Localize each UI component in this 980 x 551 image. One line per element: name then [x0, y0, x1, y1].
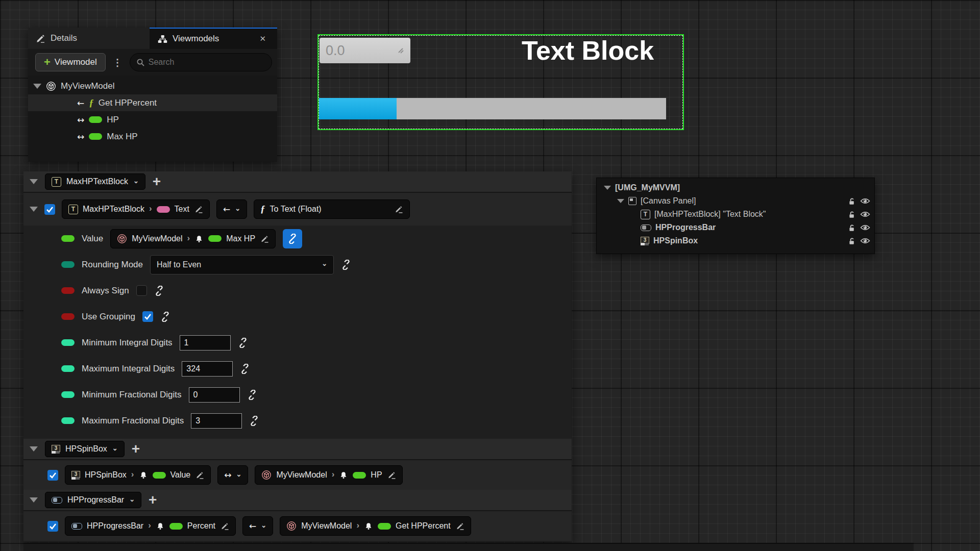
panel-tab-bar: Details Viewmodels [28, 28, 277, 49]
visibility-eye-icon[interactable] [860, 237, 870, 244]
hierarchy-panel: [UMG_MyMVVM] [Canvas Panel] T [MaxHPText… [596, 178, 875, 254]
source-viewmodel-label: MyViewModel [301, 521, 352, 531]
lock-open-icon[interactable] [847, 210, 856, 219]
add-viewmodel-button[interactable]: Viewmodel [35, 53, 106, 71]
bind-link-icon[interactable] [240, 364, 250, 374]
add-binding-icon[interactable] [149, 493, 157, 507]
widget-select-spinbox[interactable]: 3 HPSpinBox [45, 441, 125, 457]
prop-label: Use Grouping [82, 312, 135, 322]
horizontal-scrollbar-track[interactable] [23, 543, 914, 551]
edit-pencil-icon[interactable] [455, 521, 464, 531]
function-icon [89, 97, 94, 109]
direction-dropdown[interactable]: ← [242, 516, 273, 536]
edit-pencil-icon[interactable] [387, 470, 396, 480]
source-chip-maxhp[interactable]: MyViewModel Max HP [110, 229, 276, 248]
progressbar-icon [52, 497, 62, 504]
add-binding-icon[interactable] [153, 174, 161, 189]
lock-open-icon[interactable] [847, 223, 856, 232]
lock-open-icon[interactable] [847, 197, 856, 206]
chevron-down-icon [129, 495, 135, 503]
hierarchy-item-label: [Canvas Panel] [641, 196, 696, 206]
max-fractional-input[interactable] [191, 413, 242, 429]
add-viewmodel-label: Viewmodel [55, 57, 97, 67]
bind-link-icon[interactable] [249, 416, 259, 426]
maxhp-textblock-widget[interactable]: Text Block [522, 35, 685, 67]
viewmodel-cube-icon [46, 81, 56, 91]
use-grouping-checkbox[interactable] [142, 311, 153, 322]
edit-pencil-icon[interactable] [394, 205, 403, 214]
visibility-eye-icon[interactable] [860, 224, 870, 231]
search-input[interactable] [149, 58, 265, 67]
tree-item-myviewmodel[interactable]: MyViewModel [28, 78, 277, 94]
collapse-arrow-icon[interactable] [33, 84, 41, 89]
tab-details[interactable]: Details [28, 28, 150, 49]
source-viewmodel-label: MyViewModel [276, 470, 327, 480]
add-binding-icon[interactable] [132, 442, 140, 456]
min-integral-input[interactable] [180, 335, 231, 350]
bind-link-icon[interactable] [160, 312, 170, 322]
tab-viewmodels[interactable]: Viewmodels [150, 28, 277, 49]
collapse-arrow-icon[interactable] [30, 446, 38, 452]
edit-pencil-icon[interactable] [195, 470, 204, 480]
bind-link-icon[interactable] [247, 390, 257, 400]
always-sign-checkbox[interactable] [136, 285, 147, 296]
source-chip-hp[interactable]: MyViewModel HP [255, 465, 402, 485]
widget-select-textblock[interactable]: T MaxHPTextBlock [45, 173, 145, 190]
kebab-menu-icon[interactable] [111, 57, 125, 68]
bind-link-icon[interactable] [154, 286, 164, 296]
max-integral-input[interactable] [182, 361, 233, 377]
collapse-arrow-icon[interactable] [30, 207, 38, 212]
visibility-eye-icon[interactable] [860, 197, 870, 205]
view-bindings-panel: T MaxHPTextBlock T MaxHPTextBlock Text ← [23, 171, 572, 542]
min-fractional-input[interactable] [189, 387, 240, 403]
source-chip-get-hppercent[interactable]: MyViewModel Get HPPercent [280, 516, 471, 536]
prop-label: Minimum Fractional Digits [82, 390, 182, 400]
destination-chip-progressbar-percent[interactable]: HPProgressBar Percent [65, 516, 236, 536]
hierarchy-item-label: HPProgressBar [655, 223, 716, 232]
edit-pencil-icon[interactable] [194, 205, 203, 214]
tree-item-label: Get HPPercent [99, 98, 157, 108]
property-pill-icon [89, 133, 102, 140]
hierarchy-item-canvas-panel[interactable]: [Canvas Panel] [597, 194, 870, 208]
tree-item-hp[interactable]: ↔ HP [28, 111, 277, 128]
viewmodels-tree-icon [158, 35, 167, 43]
collapse-arrow-icon[interactable] [604, 186, 611, 190]
edit-pencil-icon[interactable] [260, 234, 269, 243]
hp-spinbox-widget[interactable]: 0.0 [320, 38, 410, 63]
collapse-arrow-icon[interactable] [30, 497, 38, 503]
destination-chip-spinbox-value[interactable]: 3 HPSpinBox Value [65, 465, 211, 485]
hp-progressbar-widget[interactable] [319, 98, 666, 119]
bind-link-icon[interactable] [238, 338, 248, 348]
bound-link-button[interactable] [283, 229, 302, 248]
function-label: To Text (Float) [270, 205, 322, 214]
close-tab-icon[interactable] [256, 33, 269, 44]
textblock-icon: T [52, 177, 61, 187]
bind-link-icon[interactable] [341, 260, 351, 270]
conversion-function-chip[interactable]: To Text (Float) [254, 199, 410, 219]
hierarchy-item-root[interactable]: [UMG_MyMVVM] [597, 181, 870, 194]
tree-item-max-hp[interactable]: ↔ Max HP [28, 128, 277, 145]
hierarchy-item-progressbar[interactable]: HPProgressBar [597, 221, 870, 234]
binding-enabled-checkbox[interactable] [47, 521, 58, 532]
hierarchy-item-spinbox[interactable]: 3 HPSpinBox [597, 234, 870, 247]
collapse-arrow-icon[interactable] [30, 179, 38, 184]
collapse-arrow-icon[interactable] [617, 199, 624, 203]
prop-row-rounding-mode: Rounding Mode Half to Even [23, 252, 572, 278]
destination-chip-textblock-text[interactable]: T MaxHPTextBlock Text [62, 199, 210, 219]
visibility-eye-icon[interactable] [860, 211, 870, 218]
direction-dropdown[interactable]: ↔ [217, 465, 248, 485]
viewmodel-cube-icon [261, 470, 272, 480]
direction-dropdown[interactable]: ← [216, 199, 247, 219]
edit-pencil-icon[interactable] [220, 521, 229, 531]
function-arguments: Value MyViewModel Max HP Rounding Mode [23, 226, 572, 439]
designer-selection-outline: 0.0 Text Block [317, 34, 684, 130]
hierarchy-item-textblock[interactable]: T [MaxHPTextBlock] "Text Block" [597, 208, 870, 221]
binding-enabled-checkbox[interactable] [47, 470, 58, 481]
rounding-mode-dropdown[interactable]: Half to Even [150, 255, 334, 274]
dest-widget-label: HPSpinBox [85, 470, 127, 480]
widget-select-progressbar[interactable]: HPProgressBar [45, 492, 141, 508]
binding-enabled-checkbox[interactable] [44, 204, 55, 215]
rounding-mode-value: Half to Even [157, 260, 201, 269]
tree-item-get-hppercent[interactable]: ← Get HPPercent [28, 94, 277, 111]
lock-open-icon[interactable] [847, 237, 856, 245]
